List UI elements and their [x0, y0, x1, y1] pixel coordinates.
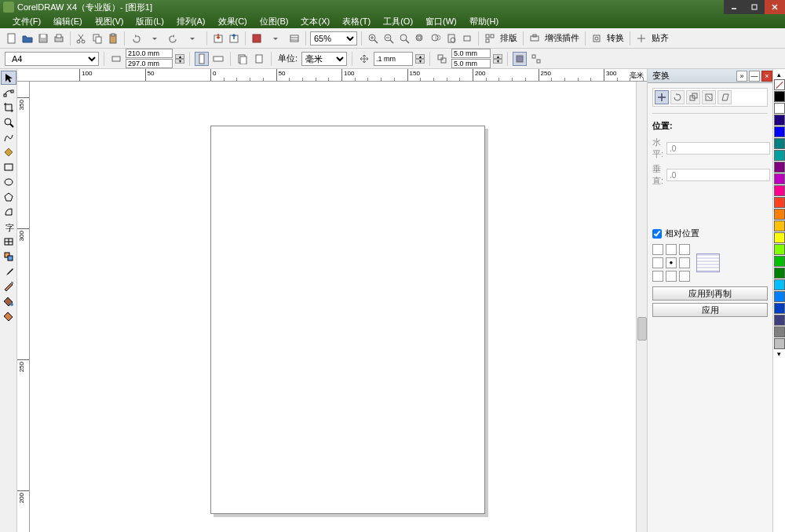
- menu-item[interactable]: 文本(X): [294, 16, 336, 27]
- menu-item[interactable]: 编辑(E): [47, 16, 89, 27]
- dup-y-input[interactable]: 5.0 mm: [451, 59, 491, 68]
- landscape-button[interactable]: [211, 52, 225, 66]
- anchor-grid[interactable]: [652, 244, 690, 282]
- transform-icon[interactable]: [590, 31, 604, 46]
- color-swatch[interactable]: [774, 197, 785, 208]
- smart-fill-tool[interactable]: [1, 145, 16, 159]
- color-swatch[interactable]: [774, 173, 785, 184]
- color-swatch[interactable]: [774, 220, 785, 231]
- docker-minimize-button[interactable]: —: [749, 71, 760, 82]
- pick-tool[interactable]: [1, 71, 16, 85]
- palette-down[interactable]: ▾: [774, 350, 785, 358]
- page-dim-spinner[interactable]: ▴▾: [175, 54, 184, 64]
- undo-button[interactable]: [129, 31, 143, 46]
- position-tab[interactable]: [655, 90, 669, 104]
- menu-item[interactable]: 位图(B): [254, 16, 295, 27]
- snap-options-button[interactable]: [529, 52, 543, 66]
- nudge-spinner[interactable]: ▴▾: [415, 54, 425, 64]
- open-button[interactable]: [20, 31, 35, 46]
- vertical-input[interactable]: [666, 169, 770, 181]
- anchor-tr[interactable]: [679, 244, 690, 255]
- color-swatch[interactable]: [774, 326, 785, 337]
- plugin-label[interactable]: 增强插件: [545, 32, 579, 44]
- all-pages-button[interactable]: [236, 52, 250, 66]
- skew-tab[interactable]: [717, 90, 732, 104]
- menu-item[interactable]: 表格(T): [336, 16, 377, 27]
- cut-button[interactable]: [75, 31, 89, 46]
- menu-item[interactable]: 版面(L): [130, 16, 170, 27]
- zoom-width-button[interactable]: [460, 31, 474, 46]
- color-swatch[interactable]: [774, 115, 785, 126]
- crop-tool[interactable]: [1, 100, 16, 115]
- page-width-input[interactable]: 210.0 mm: [126, 49, 173, 58]
- color-swatch[interactable]: [774, 103, 785, 114]
- basic-shapes-tool[interactable]: [1, 205, 16, 219]
- color-swatch[interactable]: [774, 315, 785, 326]
- outline-tool[interactable]: [1, 279, 16, 293]
- redo-dropdown[interactable]: [182, 31, 203, 46]
- current-page-button[interactable]: [252, 52, 266, 66]
- vertical-scrollbar[interactable]: [636, 82, 647, 532]
- zoom-select[interactable]: 65%: [310, 31, 357, 46]
- palette-up[interactable]: ▴: [774, 71, 785, 78]
- dup-spinner[interactable]: ▴▾: [493, 54, 502, 64]
- zoom-all-button[interactable]: [429, 31, 443, 46]
- color-swatch[interactable]: [774, 138, 785, 149]
- menu-item[interactable]: 效果(C): [212, 16, 254, 27]
- arrange-icon[interactable]: [483, 31, 497, 46]
- import-button[interactable]: [211, 31, 225, 46]
- zoom-onetoone-button[interactable]: [397, 31, 411, 46]
- zoom-out-button[interactable]: [382, 31, 396, 46]
- rectangle-tool[interactable]: [1, 160, 16, 174]
- apply-duplicate-button[interactable]: 应用到再制: [652, 286, 768, 301]
- color-swatch[interactable]: [774, 268, 785, 279]
- anchor-mc[interactable]: [666, 257, 677, 268]
- drawing-canvas[interactable]: [30, 82, 636, 532]
- anchor-bc[interactable]: [666, 271, 677, 282]
- relative-checkbox-input[interactable]: [652, 229, 662, 239]
- color-swatch[interactable]: [774, 279, 785, 290]
- menu-item[interactable]: 排列(A): [170, 16, 212, 27]
- anchor-tc[interactable]: [666, 244, 677, 255]
- ellipse-tool[interactable]: [1, 175, 16, 189]
- anchor-br[interactable]: [679, 271, 690, 282]
- color-swatch[interactable]: [774, 256, 785, 267]
- arrange-label[interactable]: 排版: [500, 32, 517, 44]
- paper-size-select[interactable]: A4: [5, 52, 99, 66]
- color-swatch[interactable]: [774, 244, 785, 255]
- snap-label[interactable]: 贴齐: [652, 32, 669, 44]
- color-swatch[interactable]: [774, 232, 785, 243]
- scale-tab[interactable]: [686, 90, 700, 104]
- menu-item[interactable]: 窗口(W): [419, 16, 463, 27]
- plugin-icon[interactable]: [528, 31, 542, 46]
- unit-select[interactable]: 毫米: [301, 52, 347, 66]
- zoom-tool[interactable]: [1, 115, 16, 129]
- color-swatch[interactable]: [774, 291, 785, 302]
- text-tool[interactable]: 字: [1, 220, 16, 234]
- anchor-ml[interactable]: [652, 257, 663, 268]
- export-button[interactable]: [227, 31, 241, 46]
- table-tool[interactable]: [1, 235, 16, 249]
- anchor-mr[interactable]: [679, 257, 690, 268]
- horizontal-input[interactable]: [666, 142, 770, 155]
- menu-item[interactable]: 视图(V): [89, 16, 130, 27]
- menu-item[interactable]: 工具(O): [377, 16, 419, 27]
- color-swatch[interactable]: [774, 338, 785, 349]
- undo-dropdown[interactable]: [144, 31, 165, 46]
- color-swatch[interactable]: [774, 209, 785, 220]
- relative-checkbox[interactable]: 相对位置: [652, 228, 768, 239]
- menu-item[interactable]: 帮助(H): [463, 16, 505, 27]
- eyedropper-tool[interactable]: [1, 264, 16, 279]
- zoom-selection-button[interactable]: [413, 31, 427, 46]
- horizontal-ruler[interactable]: 毫米 05010015020025030035050100: [17, 69, 647, 82]
- color-swatch[interactable]: [774, 303, 785, 314]
- size-tab[interactable]: [702, 90, 716, 104]
- color-swatch[interactable]: [774, 126, 785, 137]
- minimize-button[interactable]: [724, 0, 744, 14]
- dup-x-input[interactable]: 5.0 mm: [451, 49, 491, 58]
- swatch-none[interactable]: [774, 79, 785, 90]
- docker-close-button[interactable]: ×: [761, 71, 772, 82]
- color-swatch[interactable]: [774, 150, 785, 161]
- save-button[interactable]: [36, 31, 50, 46]
- apply-button[interactable]: 应用: [652, 303, 768, 317]
